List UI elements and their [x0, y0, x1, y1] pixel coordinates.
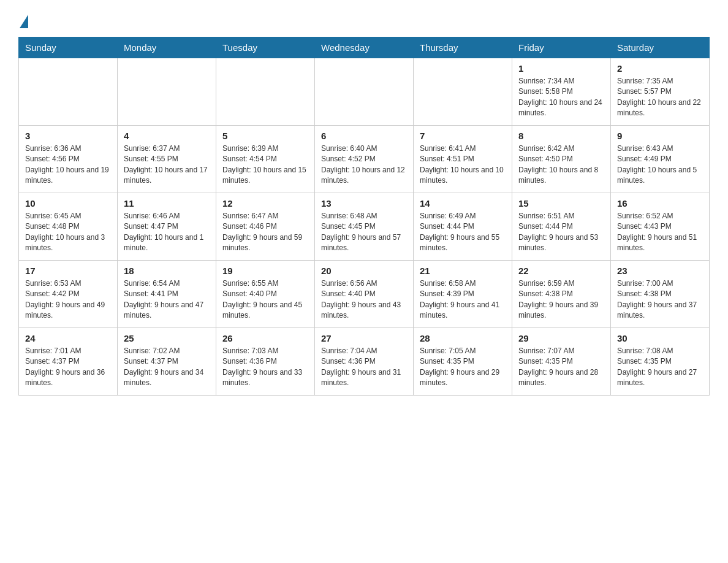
day-number: 20	[321, 266, 407, 276]
day-info: Sunrise: 7:03 AM Sunset: 4:36 PM Dayligh…	[222, 346, 308, 389]
day-number: 14	[420, 198, 506, 209]
day-info: Sunrise: 6:40 AM Sunset: 4:52 PM Dayligh…	[321, 144, 407, 186]
calendar-cell: 30Sunrise: 7:08 AM Sunset: 4:35 PM Dayli…	[611, 328, 710, 396]
day-info: Sunrise: 7:08 AM Sunset: 4:35 PM Dayligh…	[617, 346, 703, 389]
column-header-sunday: Sunday	[19, 37, 118, 58]
day-number: 1	[518, 63, 604, 74]
calendar-cell: 4Sunrise: 6:37 AM Sunset: 4:55 PM Daylig…	[118, 126, 216, 193]
calendar-week-2: 3Sunrise: 6:36 AM Sunset: 4:56 PM Daylig…	[19, 126, 710, 193]
day-number: 7	[420, 131, 506, 141]
day-info: Sunrise: 6:37 AM Sunset: 4:55 PM Dayligh…	[124, 144, 210, 186]
calendar-cell: 18Sunrise: 6:54 AM Sunset: 4:41 PM Dayli…	[118, 261, 216, 328]
day-info: Sunrise: 6:55 AM Sunset: 4:40 PM Dayligh…	[222, 278, 308, 321]
day-number: 22	[518, 266, 604, 276]
calendar-cell: 13Sunrise: 6:48 AM Sunset: 4:45 PM Dayli…	[315, 193, 414, 261]
day-info: Sunrise: 7:35 AM Sunset: 5:57 PM Dayligh…	[617, 76, 703, 119]
column-header-wednesday: Wednesday	[315, 37, 414, 58]
calendar-cell: 25Sunrise: 7:02 AM Sunset: 4:37 PM Dayli…	[118, 328, 216, 396]
day-info: Sunrise: 6:48 AM Sunset: 4:45 PM Dayligh…	[321, 211, 407, 254]
calendar-cell: 2Sunrise: 7:35 AM Sunset: 5:57 PM Daylig…	[611, 58, 710, 126]
calendar-cell: 20Sunrise: 6:56 AM Sunset: 4:40 PM Dayli…	[315, 261, 414, 328]
day-info: Sunrise: 7:07 AM Sunset: 4:35 PM Dayligh…	[518, 346, 604, 389]
day-number: 8	[518, 131, 604, 141]
day-info: Sunrise: 6:49 AM Sunset: 4:44 PM Dayligh…	[420, 211, 506, 254]
day-info: Sunrise: 6:56 AM Sunset: 4:40 PM Dayligh…	[321, 278, 407, 321]
logo-triangle-icon	[20, 15, 28, 28]
calendar-cell: 17Sunrise: 6:53 AM Sunset: 4:42 PM Dayli…	[19, 261, 118, 328]
day-info: Sunrise: 6:39 AM Sunset: 4:54 PM Dayligh…	[222, 144, 308, 186]
calendar-cell: 29Sunrise: 7:07 AM Sunset: 4:35 PM Dayli…	[512, 328, 611, 396]
day-info: Sunrise: 7:34 AM Sunset: 5:58 PM Dayligh…	[518, 76, 604, 119]
calendar-cell: 10Sunrise: 6:45 AM Sunset: 4:48 PM Dayli…	[19, 193, 118, 261]
day-number: 23	[617, 266, 703, 276]
day-number: 27	[321, 333, 407, 343]
calendar-cell: 22Sunrise: 6:59 AM Sunset: 4:38 PM Dayli…	[512, 261, 611, 328]
calendar-header-row: SundayMondayTuesdayWednesdayThursdayFrid…	[19, 37, 710, 58]
day-number: 30	[617, 333, 703, 343]
day-number: 6	[321, 131, 407, 141]
day-number: 17	[25, 266, 111, 276]
day-info: Sunrise: 7:00 AM Sunset: 4:38 PM Dayligh…	[617, 278, 703, 321]
day-info: Sunrise: 6:43 AM Sunset: 4:49 PM Dayligh…	[617, 144, 703, 186]
logo	[18, 12, 28, 26]
calendar-cell: 16Sunrise: 6:52 AM Sunset: 4:43 PM Dayli…	[611, 193, 710, 261]
day-number: 24	[25, 333, 111, 343]
column-header-thursday: Thursday	[414, 37, 512, 58]
day-info: Sunrise: 6:36 AM Sunset: 4:56 PM Dayligh…	[25, 144, 111, 186]
page-header	[18, 12, 710, 26]
calendar-cell: 9Sunrise: 6:43 AM Sunset: 4:49 PM Daylig…	[611, 126, 710, 193]
day-number: 18	[124, 266, 210, 276]
day-number: 29	[518, 333, 604, 343]
calendar-cell: 19Sunrise: 6:55 AM Sunset: 4:40 PM Dayli…	[216, 261, 315, 328]
day-number: 10	[25, 198, 111, 209]
day-number: 16	[617, 198, 703, 209]
day-info: Sunrise: 6:52 AM Sunset: 4:43 PM Dayligh…	[617, 211, 703, 254]
day-info: Sunrise: 6:59 AM Sunset: 4:38 PM Dayligh…	[518, 278, 604, 321]
calendar-cell: 27Sunrise: 7:04 AM Sunset: 4:36 PM Dayli…	[315, 328, 414, 396]
day-info: Sunrise: 6:53 AM Sunset: 4:42 PM Dayligh…	[25, 278, 111, 321]
column-header-tuesday: Tuesday	[216, 37, 315, 58]
day-number: 26	[222, 333, 308, 343]
day-info: Sunrise: 6:42 AM Sunset: 4:50 PM Dayligh…	[518, 144, 604, 186]
day-info: Sunrise: 6:46 AM Sunset: 4:47 PM Dayligh…	[124, 211, 210, 254]
calendar-cell: 5Sunrise: 6:39 AM Sunset: 4:54 PM Daylig…	[216, 126, 315, 193]
day-number: 19	[222, 266, 308, 276]
calendar-week-4: 17Sunrise: 6:53 AM Sunset: 4:42 PM Dayli…	[19, 261, 710, 328]
day-info: Sunrise: 6:54 AM Sunset: 4:41 PM Dayligh…	[124, 278, 210, 321]
calendar-table: SundayMondayTuesdayWednesdayThursdayFrid…	[18, 37, 710, 396]
calendar-cell	[118, 58, 216, 126]
calendar-cell: 24Sunrise: 7:01 AM Sunset: 4:37 PM Dayli…	[19, 328, 118, 396]
calendar-cell: 14Sunrise: 6:49 AM Sunset: 4:44 PM Dayli…	[414, 193, 512, 261]
day-number: 5	[222, 131, 308, 141]
calendar-cell: 8Sunrise: 6:42 AM Sunset: 4:50 PM Daylig…	[512, 126, 611, 193]
day-info: Sunrise: 6:45 AM Sunset: 4:48 PM Dayligh…	[25, 211, 111, 254]
calendar-cell: 26Sunrise: 7:03 AM Sunset: 4:36 PM Dayli…	[216, 328, 315, 396]
day-number: 11	[124, 198, 210, 209]
calendar-cell	[19, 58, 118, 126]
calendar-cell: 6Sunrise: 6:40 AM Sunset: 4:52 PM Daylig…	[315, 126, 414, 193]
calendar-cell: 7Sunrise: 6:41 AM Sunset: 4:51 PM Daylig…	[414, 126, 512, 193]
calendar-cell: 28Sunrise: 7:05 AM Sunset: 4:35 PM Dayli…	[414, 328, 512, 396]
column-header-saturday: Saturday	[611, 37, 710, 58]
column-header-friday: Friday	[512, 37, 611, 58]
calendar-week-5: 24Sunrise: 7:01 AM Sunset: 4:37 PM Dayli…	[19, 328, 710, 396]
day-number: 2	[617, 63, 703, 74]
day-number: 3	[25, 131, 111, 141]
calendar-cell	[315, 58, 414, 126]
day-info: Sunrise: 6:58 AM Sunset: 4:39 PM Dayligh…	[420, 278, 506, 321]
day-info: Sunrise: 7:04 AM Sunset: 4:36 PM Dayligh…	[321, 346, 407, 389]
calendar-cell: 12Sunrise: 6:47 AM Sunset: 4:46 PM Dayli…	[216, 193, 315, 261]
day-number: 12	[222, 198, 308, 209]
day-number: 9	[617, 131, 703, 141]
calendar-cell	[414, 58, 512, 126]
calendar-week-3: 10Sunrise: 6:45 AM Sunset: 4:48 PM Dayli…	[19, 193, 710, 261]
calendar-cell: 23Sunrise: 7:00 AM Sunset: 4:38 PM Dayli…	[611, 261, 710, 328]
day-number: 21	[420, 266, 506, 276]
day-number: 4	[124, 131, 210, 141]
day-info: Sunrise: 7:05 AM Sunset: 4:35 PM Dayligh…	[420, 346, 506, 389]
day-number: 25	[124, 333, 210, 343]
day-info: Sunrise: 7:02 AM Sunset: 4:37 PM Dayligh…	[124, 346, 210, 389]
column-header-monday: Monday	[118, 37, 216, 58]
calendar-cell: 11Sunrise: 6:46 AM Sunset: 4:47 PM Dayli…	[118, 193, 216, 261]
day-number: 15	[518, 198, 604, 209]
